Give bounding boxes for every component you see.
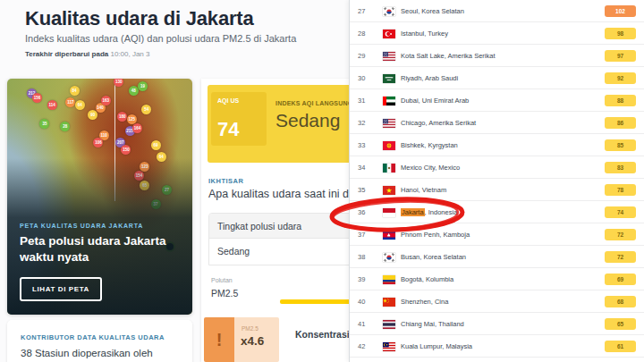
view-map-button[interactable]: LIHAT DI PETA	[20, 277, 102, 301]
aqi-badge: 97	[605, 50, 636, 62]
rank-number: 27	[358, 0, 374, 22]
ranking-row[interactable]: 32Chicago, Amerika Serikat86	[350, 112, 644, 134]
us-flag-icon	[383, 52, 395, 61]
aqi-badge: 68	[605, 296, 636, 307]
ranking-row[interactable]: 41Chiang Mai, Thailand65	[350, 313, 644, 335]
ranking-row[interactable]: 28Istanbul, Turkey98	[350, 22, 644, 45]
aqi-banner: AQI US 74 INDEKS AQI LANGSUNG Sedang	[208, 85, 353, 163]
ranking-list: 27Seoul, Korea Selatan10228Istanbul, Tur…	[350, 0, 644, 358]
last-updated: Terakhir diperbarui pada 10:00, Jan 3	[25, 50, 150, 58]
ranking-row[interactable]: 35Hanoi, Vietnam78	[350, 179, 644, 201]
pollution-level-table: Tingkat polusi udara Sedang	[208, 213, 353, 265]
ranking-row[interactable]: 37Phnom Penh, Kamboja72	[350, 223, 644, 246]
pm25-multiplier-box: PM2.5 x4.6	[234, 317, 279, 362]
city-name: Kota Salt Lake, Amerika Serikat	[401, 45, 495, 67]
city-name: Mexico City, Mexico	[401, 156, 460, 179]
city-name: Hanoi, Vietnam	[401, 179, 446, 201]
rank-number: 29	[358, 45, 374, 67]
aqi-badge: 83	[605, 162, 636, 173]
contributors-text: 38 Stasiun dioperasikan oleh	[21, 348, 153, 358]
city-ranking-panel: 27Seoul, Korea Selatan10228Istanbul, Tur…	[349, 0, 644, 362]
aqi-badge: 98	[605, 28, 636, 39]
aqi-badge: 74	[605, 206, 636, 218]
map-marker: 69	[151, 140, 161, 150]
map-marker: 48	[129, 86, 139, 96]
contributors-card: KONTRIBUTOR DATA KUALITAS UDARA 38 Stasi…	[7, 320, 192, 362]
aqi-value: 74	[217, 118, 239, 141]
rank-number: 42	[358, 335, 374, 358]
rank-number: 32	[358, 112, 374, 134]
kr-flag-icon	[383, 7, 395, 16]
aqi-badge: 72	[605, 251, 636, 263]
rank-number: 40	[358, 290, 374, 313]
ranking-row[interactable]: 36Jakarta, Indonesia74	[350, 201, 644, 223]
map-marker: 114	[47, 100, 57, 110]
app-window: Kualitas udara di Jakarta Indeks kualita…	[0, 0, 644, 362]
city-name: Bishkek, Kyrgystan	[401, 134, 458, 156]
ranking-row[interactable]: 27Seoul, Korea Selatan102	[350, 0, 644, 22]
ranking-row[interactable]: 42Kuala Lumpur, Malaysia61	[350, 335, 644, 358]
ranking-row[interactable]: 33Bishkek, Kyrgystan85	[350, 134, 644, 156]
aqi-badge: 65	[605, 318, 636, 330]
aqi-badge: 78	[605, 184, 636, 196]
contributors-kicker: KONTRIBUTOR DATA KUALITAS UDARA	[21, 333, 165, 341]
city-name: Chiang Mai, Thailand	[401, 313, 464, 335]
map-kicker: PETA KUALITAS UDARA JAKARTA	[20, 223, 180, 229]
warning-exclamation-icon: !	[204, 317, 234, 362]
city-name: Busan, Korea Selatan	[401, 246, 466, 268]
search-highlight: Jakarta	[401, 208, 425, 216]
live-aqi-label: INDEKS AQI LANGSUNG	[275, 100, 352, 106]
city-name: Chicago, Amerika Serikat	[401, 112, 476, 134]
ranking-row[interactable]: 38Busan, Korea Selatan72	[350, 246, 644, 268]
us-flag-icon	[383, 119, 395, 128]
rank-number: 30	[358, 67, 374, 89]
ranking-row[interactable]: 30Riyadh, Arab Saudi92	[350, 67, 644, 89]
ranking-row[interactable]: 31Dubai, Uni Emirat Arab88	[350, 89, 644, 112]
aqi-badge: 72	[605, 229, 636, 240]
map-marker: 64	[75, 100, 85, 110]
aqi-status: Sedang	[275, 110, 340, 131]
id-flag-icon	[383, 208, 395, 217]
sa-flag-icon	[383, 74, 395, 83]
city-name: Kuala Lumpur, Malaysia	[401, 335, 472, 358]
aqi-badge: 69	[605, 274, 636, 285]
pm25-multiplier: x4.6	[241, 334, 264, 348]
city-name: Bogotá, Kolumbia	[401, 268, 453, 290]
rank-number: 39	[358, 268, 374, 290]
ranking-row[interactable]: 39Bogotá, Kolumbia69	[350, 268, 644, 290]
pollutant-value: PM2.5	[211, 288, 238, 299]
city-name: Jakarta, Indonesia	[401, 201, 457, 223]
ranking-row[interactable]: 34Mexico City, Mexico83	[350, 156, 644, 179]
ranking-row[interactable]: 29Kota Salt Lake, Amerika Serikat97	[350, 45, 644, 67]
tr-flag-icon	[383, 29, 395, 38]
air-quality-map-preview[interactable]: 2121561148411764352890140163110106180125…	[7, 79, 192, 315]
map-overlay: PETA KUALITAS UDARA JAKARTA Peta polusi …	[7, 158, 192, 315]
map-marker: 125	[127, 114, 137, 124]
aqi-badge: 88	[605, 95, 636, 106]
ranking-row[interactable]: 40Shenzhen, Cina68	[350, 290, 644, 313]
city-name: Istanbul, Turkey	[401, 22, 448, 45]
table-value: Sedang	[209, 239, 352, 265]
pm25-label: PM2.5	[242, 325, 258, 332]
last-updated-value: 10:00, Jan 3	[110, 50, 149, 58]
map-marker: 163	[101, 96, 111, 105]
kr-flag-icon	[383, 253, 395, 262]
page-subtitle: Indeks kualitas udara (AQI) dan polusi u…	[25, 33, 296, 44]
map-title: Peta polusi udara Jakarta waktu nyata	[20, 233, 176, 265]
aqi-badge: 92	[605, 72, 636, 84]
aqi-badge: 102	[605, 5, 636, 17]
rank-number: 34	[358, 156, 374, 179]
last-updated-label: Terakhir diperbarui pada	[25, 50, 108, 58]
rank-number: 36	[358, 201, 374, 223]
rank-number: 28	[358, 22, 374, 45]
city-name: Riyadh, Arab Saudi	[401, 67, 458, 89]
aqi-badge: 61	[605, 341, 636, 352]
mx-flag-icon	[383, 164, 395, 173]
rank-number: 37	[358, 223, 374, 246]
rank-number: 33	[358, 134, 374, 156]
th-flag-icon	[383, 320, 395, 329]
map-marker: 28	[60, 122, 70, 131]
overview-kicker: IKHTISAR	[208, 177, 243, 185]
map-marker: 19	[138, 81, 148, 91]
pollutant-label: Polutan	[211, 277, 233, 283]
